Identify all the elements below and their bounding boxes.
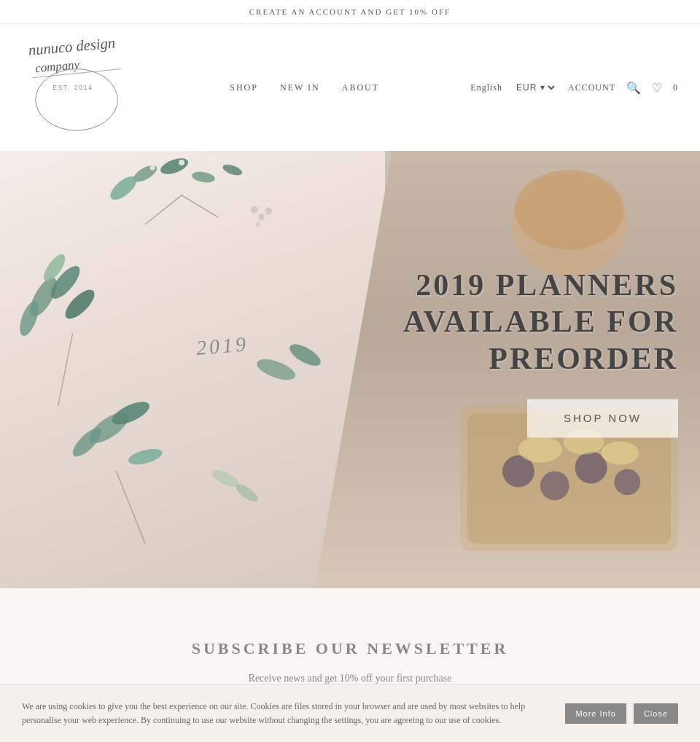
svg-point-17 [40, 251, 69, 284]
cookie-banner: We are using cookies to give you the bes… [0, 684, 700, 742]
svg-point-24 [251, 206, 258, 214]
svg-line-29 [182, 195, 218, 217]
language-selector[interactable]: English [470, 82, 502, 93]
svg-point-27 [255, 222, 260, 227]
svg-line-30 [58, 333, 73, 406]
svg-point-44 [602, 442, 639, 465]
account-link[interactable]: ACCOUNT [568, 82, 615, 93]
cookie-text: We are using cookies to give you the bes… [22, 700, 551, 727]
svg-point-9 [222, 163, 244, 178]
svg-point-33 [233, 481, 260, 504]
svg-point-13 [25, 274, 62, 321]
newsletter-subtitle: Receive news and get 10% off your first … [22, 673, 678, 684]
svg-point-15 [16, 299, 42, 338]
cookie-actions: More Info Close [565, 703, 678, 724]
svg-point-25 [259, 214, 265, 220]
svg-point-7 [191, 170, 216, 184]
year-label: 2019 [195, 332, 250, 360]
cookie-close-button[interactable]: Close [634, 703, 678, 724]
shop-now-button[interactable]: SHOP NOW [527, 399, 678, 438]
svg-text:nunuco design: nunuco design [28, 34, 116, 58]
wishlist-icon[interactable]: ♡ [652, 81, 662, 95]
logo-svg: nunuco design company EST. 2014 [22, 31, 131, 141]
cart-count[interactable]: 0 [673, 82, 678, 93]
svg-point-19 [109, 397, 152, 429]
svg-point-39 [540, 471, 569, 500]
svg-point-16 [61, 285, 99, 323]
svg-point-6 [158, 155, 190, 177]
svg-point-11 [209, 157, 213, 161]
site-header: nunuco design company EST. 2014 SHOP NEW… [0, 24, 700, 151]
svg-point-4 [36, 69, 118, 130]
svg-line-28 [145, 195, 182, 224]
svg-point-14 [46, 262, 85, 303]
svg-point-5 [131, 162, 160, 185]
nav-about[interactable]: ABOUT [342, 82, 379, 93]
svg-point-32 [209, 467, 241, 490]
svg-line-31 [116, 471, 145, 544]
svg-point-18 [85, 407, 133, 449]
svg-point-41 [614, 469, 640, 495]
svg-point-8 [106, 172, 140, 203]
hero-title: 2019 PLANNERS AVAILABLE FOR PREORDER [403, 267, 678, 377]
search-icon[interactable]: 🔍 [626, 81, 641, 95]
svg-point-21 [127, 446, 164, 468]
svg-text:EST. 2014: EST. 2014 [52, 84, 93, 91]
nav-shop[interactable]: SHOP [230, 82, 258, 93]
logo[interactable]: nunuco design company EST. 2014 [22, 31, 139, 144]
promo-banner: CREATE AN ACCOUNT AND GET 10% OFF [0, 0, 700, 24]
newsletter-title: SUBSCRIBE OUR NEWSLETTER [22, 639, 678, 658]
main-nav: SHOP NEW IN ABOUT [230, 82, 379, 93]
hero-section: 2019 2019 PLANNERS AVAILABLE FOR PREORDE… [0, 151, 700, 588]
cookie-more-info-button[interactable]: More Info [565, 703, 626, 724]
svg-point-42 [518, 437, 562, 463]
nav-new-in[interactable]: NEW IN [280, 82, 320, 93]
svg-point-10 [179, 160, 184, 165]
header-actions: English EUR ▾ USD GBP ACCOUNT 🔍 ♡ 0 [470, 81, 678, 95]
currency-selector[interactable]: EUR ▾ USD GBP [513, 82, 557, 93]
promo-text: CREATE AN ACCOUNT AND GET 10% OFF [249, 7, 451, 16]
svg-point-22 [254, 355, 298, 384]
svg-point-35 [515, 170, 623, 250]
hero-text-block: 2019 PLANNERS AVAILABLE FOR PREORDER SHO… [403, 267, 678, 437]
svg-point-20 [69, 423, 106, 461]
svg-point-26 [265, 208, 273, 215]
svg-point-12 [150, 165, 155, 171]
svg-point-23 [287, 340, 324, 370]
